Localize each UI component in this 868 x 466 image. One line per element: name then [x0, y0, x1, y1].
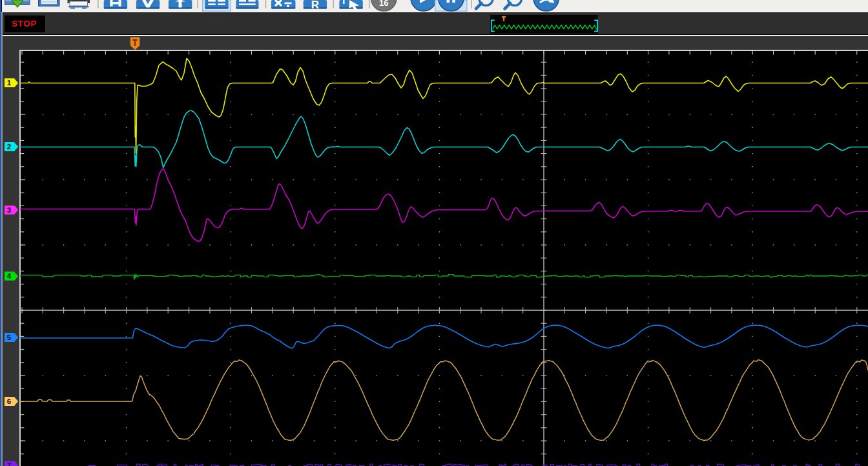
svg-text:R: R [311, 0, 319, 11]
svg-text:16: 16 [379, 0, 388, 8]
